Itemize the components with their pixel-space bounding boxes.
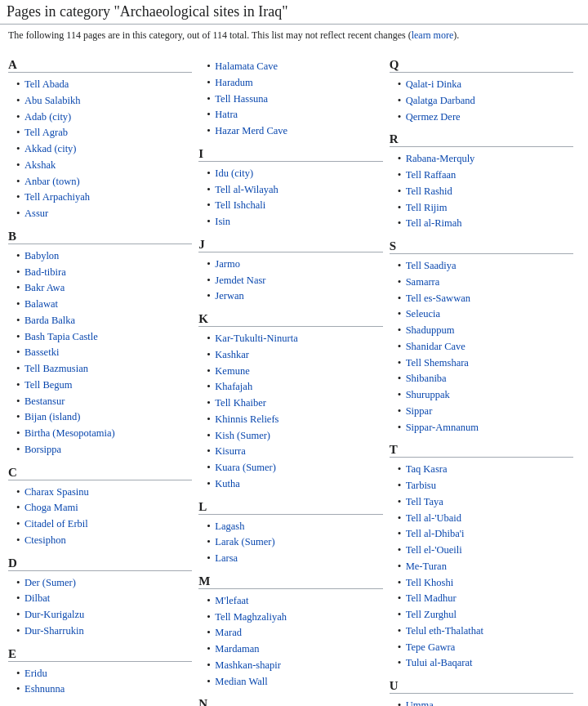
- list-item: Tell Bazmusian: [16, 360, 192, 377]
- list-item: Kutha: [207, 476, 382, 492]
- list-item: Larsa: [207, 550, 382, 566]
- list-item: Ctesiphon: [16, 532, 192, 548]
- letter-L: L: [198, 500, 382, 515]
- list-item: Bakr Awa: [16, 279, 192, 296]
- list-item: Median Wall: [207, 673, 382, 690]
- list-item: Seleucia: [398, 306, 573, 322]
- list-item: Akkad (city): [16, 141, 192, 157]
- list-item: Bash Tapia Castle: [16, 328, 192, 345]
- intro-text: The following 114 pages are in this cate…: [8, 29, 580, 42]
- list-item: Mardaman: [207, 641, 382, 657]
- list-item: Adab (city): [16, 109, 192, 125]
- list-L: Lagash Larak (Sumer) Larsa: [207, 518, 382, 566]
- list-item: Halamata Cave: [207, 58, 382, 74]
- list-item: Rabana-Merquly: [398, 150, 573, 167]
- list-item: Lagash: [207, 518, 382, 534]
- list-item: M'lefaat: [207, 592, 382, 609]
- list-item: Tell Abada: [16, 76, 192, 92]
- list-item: Mashkan-shapir: [207, 657, 382, 673]
- list-E: Eridu Eshnunna: [16, 665, 192, 698]
- list-item: Tell Shemshara: [398, 355, 573, 371]
- list-item: Tell al-Rimah: [398, 215, 573, 231]
- list-item: Jerwan: [207, 288, 382, 304]
- list-item: Haradum: [207, 74, 382, 91]
- list-item: Hazar Merd Cave: [207, 123, 382, 139]
- list-S: Tell Saadiya Samarra Tell es-Sawwan Sele…: [398, 257, 573, 435]
- list-item: Shuruppak: [398, 387, 573, 403]
- letter-R: R: [390, 132, 573, 147]
- list-item: Samarra: [398, 274, 573, 290]
- list-K: Kar-Tukulti-Ninurta Kashkar Kemune Khafa…: [207, 330, 382, 492]
- list-item: Umma: [398, 697, 573, 706]
- list-item: Qermez Dere: [398, 109, 573, 125]
- list-item: Tell Hassuna: [207, 91, 382, 107]
- list-item: Abu Salabikh: [16, 92, 192, 109]
- letter-T: T: [390, 443, 573, 458]
- list-item: Tell al-Dhiba'i: [398, 525, 573, 542]
- list-T: Taq Kasra Tarbisu Tell Taya Tell al-'Uba…: [398, 461, 573, 671]
- list-item: Tului al-Baqarat: [398, 655, 573, 671]
- list-item: Tell Agrab: [16, 124, 192, 141]
- list-item: Birtha (Mesopotamia): [16, 425, 192, 441]
- list-C: Charax Spasinu Choga Mami Citadel of Erb…: [16, 484, 192, 548]
- list-item: Tell Raffaan: [398, 167, 573, 183]
- letter-J: J: [198, 238, 382, 252]
- list-B: Babylon Bad-tibira Bakr Awa Balawat Bard…: [16, 248, 192, 458]
- list-item: Tarbisu: [398, 477, 573, 494]
- list-item: Marad: [207, 624, 382, 641]
- list-I: Idu (city) Tell al-Wilayah Tell Ishchali…: [207, 165, 382, 230]
- list-item: Qalat-i Dinka: [398, 76, 573, 92]
- list-item: Tell Begum: [16, 377, 192, 393]
- list-item: Eshnunna: [16, 681, 192, 697]
- letter-N: N: [198, 697, 382, 706]
- list-item: Tell Taya: [398, 494, 573, 510]
- list-item: Bassetki: [16, 344, 192, 360]
- list-item: Dur-Sharrukin: [16, 623, 192, 639]
- list-item: Shibaniba: [398, 370, 573, 387]
- list-item: Kashkar: [207, 346, 382, 363]
- list-item: Shaduppum: [398, 322, 573, 338]
- list-Q: Qalat-i Dinka Qalatga Darband Qermez Der…: [398, 76, 573, 124]
- list-item: Eridu: [16, 665, 192, 681]
- list-item: Assur: [16, 205, 192, 221]
- list-item: Anbar (town): [16, 173, 192, 190]
- list-item: Charax Spasinu: [16, 484, 192, 500]
- list-item: Akshak: [16, 157, 192, 173]
- list-item: Tell al-Wilayah: [207, 181, 382, 198]
- learn-more-link[interactable]: learn more: [412, 29, 454, 41]
- letter-D: D: [8, 556, 192, 571]
- list-item: Tell Saadiya: [398, 257, 573, 274]
- list-item: Bad-tibira: [16, 264, 192, 280]
- column-3: Q Qalat-i Dinka Qalatga Darband Qermez D…: [390, 50, 580, 706]
- list-item: Sippar: [398, 403, 573, 419]
- list-item: Bijan (island): [16, 409, 192, 425]
- list-item: Citadel of Erbil: [16, 516, 192, 532]
- list-item: Hatra: [207, 106, 382, 123]
- list-item: Kemune: [207, 363, 382, 379]
- list-item: Khinnis Reliefs: [207, 411, 382, 427]
- list-item: Jarmo: [207, 256, 382, 272]
- letter-Q: Q: [390, 58, 573, 73]
- letter-A: A: [8, 58, 192, 73]
- list-item: Bestansur: [16, 393, 192, 409]
- list-item: Tell Arpachiyah: [16, 189, 192, 205]
- list-item: Isin: [207, 213, 382, 230]
- list-item: Dilbat: [16, 590, 192, 606]
- letter-I: I: [198, 147, 382, 162]
- list-item: Tell Madhur: [398, 590, 573, 606]
- list-item: Balawat: [16, 296, 192, 312]
- letter-K: K: [198, 312, 382, 327]
- list-item: Tell Rashid: [398, 183, 573, 199]
- list-item: Tell Rijim: [398, 199, 573, 216]
- list-item: Kuara (Sumer): [207, 459, 382, 476]
- columns-container: A Tell Abada Abu Salabikh Adab (city) Te…: [8, 50, 580, 706]
- list-item: Choga Mami: [16, 499, 192, 516]
- list-item: Kisurra: [207, 443, 382, 459]
- letter-U: U: [390, 679, 573, 694]
- list-A: Tell Abada Abu Salabikh Adab (city) Tell…: [16, 76, 192, 221]
- list-item: Tell Khaiber: [207, 395, 382, 411]
- list-item: Telul eth-Thalathat: [398, 623, 573, 639]
- list-item: Der (Sumer): [16, 574, 192, 591]
- list-item: Me-Turan: [398, 558, 573, 574]
- column-2: Halamata Cave Haradum Tell Hassuna Hatra…: [198, 50, 389, 706]
